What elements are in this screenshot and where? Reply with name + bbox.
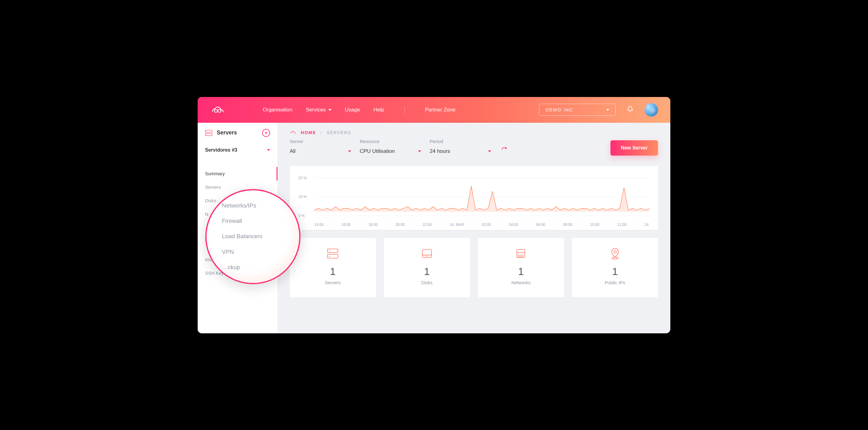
refresh-button[interactable]	[501, 147, 507, 154]
servers-icon	[293, 247, 373, 260]
nav-usage[interactable]: Usage	[345, 107, 360, 113]
chart-xtick: 06:00	[536, 222, 545, 227]
chart-xtick: 04:00	[509, 222, 518, 227]
chart-xtick: 16:00	[341, 222, 350, 227]
zoom-overlay: Networks/IPs Firewall Load Balancers VPN…	[205, 189, 301, 284]
chart-xtick: 22:00	[423, 222, 432, 227]
filter-period-value: 24 hours	[430, 148, 450, 154]
stat-card[interactable]: 1Networks	[478, 238, 564, 298]
chart-panel: 20 % 10 % 0 % 14:0016:0018:0020:0022:001…	[290, 166, 658, 230]
org-selector[interactable]: DEMO INC	[539, 104, 616, 116]
chart-ytick: 0 %	[298, 214, 305, 218]
svg-point-5	[206, 134, 207, 135]
filter-server-label: Server	[290, 139, 351, 144]
avatar[interactable]	[645, 103, 658, 117]
chart-xtick: 12:00	[617, 222, 626, 227]
stat-value: 1	[481, 266, 561, 277]
chevron-down-icon	[267, 149, 270, 151]
chart-xtick: 14:00	[314, 222, 323, 227]
chevron-down-icon	[348, 150, 351, 152]
stat-label: Networks	[481, 280, 561, 285]
add-server-button[interactable]: +	[262, 129, 270, 137]
svg-rect-13	[517, 249, 525, 257]
networks-icon	[481, 247, 561, 260]
nav-services-label: Services	[306, 107, 326, 113]
svg-point-0	[215, 109, 218, 112]
filter-resource-label: Resource	[360, 139, 421, 144]
chart-xtick: 14:	[644, 222, 649, 227]
nav-help[interactable]: Help	[374, 107, 384, 113]
zoom-item-firewall[interactable]: Firewall	[222, 216, 299, 226]
chart-ytick: 10 %	[298, 194, 307, 199]
zoom-item-vpn[interactable]: VPN	[222, 247, 299, 257]
new-server-button[interactable]: New Server	[611, 140, 658, 156]
topbar: Organisation Services Usage Help Partner…	[198, 97, 670, 123]
nav-services[interactable]: Services	[306, 107, 331, 113]
breadcrumb-home[interactable]: HOME	[301, 130, 316, 135]
zoom-item-backup[interactable]: …ckup	[222, 262, 299, 273]
cloud-icon	[290, 130, 297, 135]
zoom-item-networks[interactable]: Networks/IPs	[222, 201, 299, 211]
stat-value: 1	[575, 266, 655, 277]
stat-label: Servers	[293, 280, 373, 285]
nav-partner-zone[interactable]: Partner Zone	[425, 107, 456, 113]
org-selected-label: DEMO INC	[546, 107, 574, 112]
chart-xtick: 18:00	[368, 222, 377, 227]
svg-rect-7	[328, 254, 338, 258]
stat-card[interactable]: 1Public IPs	[572, 238, 658, 298]
sidebar-title: Servers	[217, 129, 237, 136]
logo[interactable]	[210, 105, 226, 115]
svg-rect-6	[328, 249, 338, 253]
svg-point-4	[206, 131, 207, 131]
chevron-down-icon	[418, 150, 421, 152]
chart-ytick: 20 %	[298, 176, 307, 180]
svg-point-19	[614, 250, 616, 253]
stat-card[interactable]: 1Disks	[384, 238, 470, 298]
chevron-down-icon	[329, 109, 332, 111]
sidebar-item-summary[interactable]: Summary	[198, 167, 277, 181]
filter-resource-value: CPU Utilisation	[360, 148, 395, 154]
disks-icon	[387, 247, 467, 260]
server-group-label: Servidores #3	[205, 147, 237, 153]
filter-server-value: All	[290, 148, 296, 154]
chart-xtick: 14. MAR	[450, 222, 464, 227]
breadcrumb-sep: /	[320, 130, 322, 135]
filter-server-select[interactable]: All	[290, 148, 351, 156]
chevron-down-icon	[606, 109, 609, 111]
main-content: HOME / SERVERS Server All Resource CPU U…	[277, 123, 670, 333]
filter-period-select[interactable]: 24 hours	[430, 148, 491, 156]
zoom-item-loadbalancers[interactable]: Load Balancers	[222, 231, 299, 242]
breadcrumb-current: SERVERS	[327, 130, 351, 135]
chart-xaxis: 14:0016:0018:0020:0022:0014. MAR02:0004:…	[314, 222, 649, 227]
svg-point-12	[426, 256, 427, 256]
svg-point-1	[218, 109, 221, 112]
refresh-icon	[501, 147, 507, 152]
chart-xtick: 10:00	[590, 222, 599, 227]
notifications-button[interactable]	[627, 105, 633, 114]
stat-cards: 1Servers1Disks1Networks1Public IPs	[290, 238, 658, 298]
stat-value: 1	[293, 266, 373, 277]
filter-resource-select[interactable]: CPU Utilisation	[360, 148, 421, 156]
chart-xtick: 20:00	[396, 222, 405, 227]
bell-icon	[627, 105, 633, 112]
breadcrumb: HOME / SERVERS	[290, 130, 658, 135]
server-group-selector[interactable]: Servidores #3	[205, 147, 270, 153]
stat-card[interactable]: 1Servers	[290, 238, 376, 298]
chart-xtick: 02:00	[482, 222, 491, 227]
stat-label: Disks	[387, 280, 467, 285]
chevron-down-icon	[488, 150, 491, 152]
top-nav: Organisation Services Usage Help Partner…	[263, 106, 456, 114]
stat-label: Public IPs	[575, 280, 655, 285]
chart-xtick: 08:00	[563, 222, 572, 227]
filter-period-label: Period	[430, 139, 491, 144]
ips-icon	[575, 247, 655, 260]
svg-point-9	[329, 256, 330, 256]
chart-line	[314, 172, 649, 222]
svg-point-8	[329, 250, 330, 251]
nav-organisation[interactable]: Organisation	[263, 107, 292, 113]
stat-value: 1	[387, 266, 467, 277]
servers-icon	[205, 130, 212, 136]
